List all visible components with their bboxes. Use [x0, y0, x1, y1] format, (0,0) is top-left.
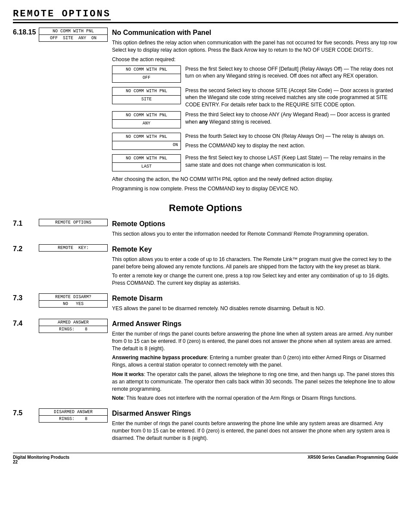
- lcd-618-last-line2: LAST: [112, 162, 181, 171]
- section-71-number: 7.1: [13, 219, 39, 240]
- lcd-72: REMOTE KEY:: [39, 244, 108, 252]
- section-75-title: Disarmed Answer Rings: [112, 408, 398, 418]
- section-75: 7.5 DISARMED ANSWER RINGS: 8 Disarmed An…: [13, 408, 398, 444]
- subsection-618-any: NO COMM WITH PNL ANY Press the third Sel…: [112, 111, 398, 130]
- lcd-75-line1: DISARMED ANSWER: [39, 408, 108, 415]
- lcd-618-on: NO COMM WITH PNL ON: [112, 133, 181, 152]
- lcd-71: REMOTE OPTIONS: [39, 219, 108, 226]
- section-73-title: Remote Disarm: [112, 293, 398, 303]
- subsection-618-any-text: Press the third Select key to choose ANY…: [185, 111, 398, 126]
- lcd-618-top: NO COMM WITH PNL: [39, 28, 108, 34]
- section-74-text1: Enter the number of rings the panel coun…: [112, 330, 398, 352]
- lcd-618-on-line1: NO COMM WITH PNL: [112, 133, 181, 141]
- lcd-618-last: NO COMM WITH PNL LAST: [112, 154, 181, 173]
- section-73: 7.3 REMOTE DISARM? NO YES Remote Disarm …: [13, 293, 398, 314]
- lcd-618-site-line1: NO COMM WITH PNL: [112, 87, 181, 96]
- lcd-618-any-line1: NO COMM WITH PNL: [112, 111, 181, 120]
- lcd-73-line2: NO YES: [39, 300, 108, 308]
- lcd-618-any-line2: ANY: [112, 119, 181, 128]
- section-618: 6.18.15 NO COMM WITH PNL OFF SITE ANY ON…: [13, 28, 398, 195]
- section-71-title: Remote Options: [112, 219, 398, 229]
- remote-options-heading: Remote Options: [13, 202, 398, 214]
- section-73-number: 7.3: [13, 293, 39, 314]
- section-74-text4-label: Note: [112, 395, 124, 401]
- section-618-outro2: Programming is now complete. Press the C…: [112, 185, 398, 193]
- section-74-title: Armed Answer Rings: [112, 319, 398, 329]
- section-74-text4: Note: This feature does not interfere wi…: [112, 395, 398, 402]
- section-74-content: Armed Answer Rings Enter the number of r…: [112, 319, 398, 404]
- footer-right: XR500 Series Canadian Programming Guide: [308, 455, 398, 464]
- section-74-number: 7.4: [13, 319, 39, 404]
- lcd-73-line1: REMOTE DISARM?: [39, 293, 108, 300]
- page-footer: Digital Monitoring Products 22 XR500 Ser…: [13, 453, 398, 464]
- section-72-content: Remote Key This option allows you to ent…: [112, 244, 398, 289]
- lcd-618-off: NO COMM WITH PNL OFF: [112, 65, 181, 84]
- section-75-display: DISARMED ANSWER RINGS: 8: [39, 408, 108, 444]
- section-74-text3-label: How it works: [112, 371, 144, 377]
- subsection-618-off: NO COMM WITH PNL OFF Press the first Sel…: [112, 65, 398, 84]
- section-74: 7.4 ARMED ANSWER RINGS: 8 Armed Answer R…: [13, 319, 398, 404]
- lcd-618-on-line2: ON: [112, 141, 181, 150]
- section-618-display: NO COMM WITH PNL OFF SITE ANY ON: [39, 28, 108, 195]
- section-72-number: 7.2: [13, 244, 39, 289]
- lcd-618-off-line1: NO COMM WITH PNL: [112, 65, 181, 74]
- section-74-text4-body: : This feature does not interfere with t…: [124, 395, 357, 401]
- subsection-618-site-text: Press the second Select key to choose SI…: [185, 87, 398, 109]
- section-618-intro1: This option defines the relay action whe…: [112, 39, 398, 54]
- section-75-text: Enter the number of rings the panel coun…: [112, 420, 398, 442]
- section-73-content: Remote Disarm YES allows the panel to be…: [112, 293, 398, 314]
- section-618-outro1: After choosing the action, the NO COMM W…: [112, 176, 398, 183]
- lcd-618-site-line2: SITE: [112, 95, 181, 104]
- footer-left: Digital Monitoring Products 22: [13, 455, 69, 464]
- footer-page: 22: [13, 460, 18, 464]
- section-72-title: Remote Key: [112, 244, 398, 254]
- lcd-618-bottom: OFF SITE ANY ON: [39, 34, 108, 42]
- lcd-618-site: NO COMM WITH PNL SITE: [112, 87, 181, 106]
- lcd-618-any: NO COMM WITH PNL ANY: [112, 111, 181, 130]
- section-73-display: REMOTE DISARM? NO YES: [39, 293, 108, 314]
- lcd-618-last-line1: NO COMM WITH PNL: [112, 154, 181, 163]
- section-618-number: 6.18.15: [13, 28, 39, 195]
- lcd-74-line2: RINGS: 8: [39, 326, 108, 333]
- subsection-618-on-text2: Press the COMMAND key to display the nex…: [185, 142, 398, 149]
- subsection-618-off-text: Press the first Select key to choose OFF…: [185, 65, 398, 80]
- subsection-618-last-text: Press the first Select key to choose LAS…: [185, 154, 398, 169]
- subsection-618-on: NO COMM WITH PNL ON Press the fourth Sel…: [112, 133, 398, 152]
- section-75-content: Disarmed Answer Rings Enter the number o…: [112, 408, 398, 444]
- lcd-74-line1: ARMED ANSWER: [39, 319, 108, 326]
- section-71-text: This section allows you to enter the inf…: [112, 230, 398, 238]
- section-74-text2: Answering machine bypass procedure: Ente…: [112, 354, 398, 369]
- page-title: REMOTE OPTIONS: [13, 9, 111, 20]
- section-75-number: 7.5: [13, 408, 39, 444]
- section-71: 7.1 REMOTE OPTIONS Remote Options This s…: [13, 219, 398, 240]
- section-71-content: Remote Options This section allows you t…: [112, 219, 398, 240]
- subsection-618-last: NO COMM WITH PNL LAST Press the first Se…: [112, 154, 398, 173]
- page-header: REMOTE OPTIONS: [13, 9, 398, 23]
- section-74-text3-body: : The operator calls the panel, allows t…: [112, 371, 395, 392]
- section-72-text2: To enter a remote key or change the curr…: [112, 272, 398, 287]
- section-618-content: No Communication with Panel This option …: [112, 28, 398, 195]
- footer-company: Digital Monitoring Products: [13, 455, 69, 460]
- section-74-text2-label: Answering machine bypass procedure: [112, 355, 207, 361]
- section-72: 7.2 REMOTE KEY: Remote Key This option a…: [13, 244, 398, 289]
- section-618-title: No Communication with Panel: [112, 28, 398, 37]
- lcd-618-off-line2: OFF: [112, 74, 181, 83]
- section-618-intro2: Choose the action required:: [112, 56, 398, 63]
- section-72-text1: This option allows you to enter a code o…: [112, 256, 398, 271]
- section-74-text3: How it works: The operator calls the pan…: [112, 371, 398, 392]
- section-74-display: ARMED ANSWER RINGS: 8: [39, 319, 108, 404]
- subsection-618-on-text: Press the fourth Select key to choose ON…: [185, 133, 398, 152]
- section-72-display: REMOTE KEY:: [39, 244, 108, 289]
- section-73-text: YES allows the panel to be disarmed remo…: [112, 305, 398, 312]
- subsection-618-site: NO COMM WITH PNL SITE Press the second S…: [112, 87, 398, 109]
- subsection-618-on-text1: Press the fourth Select key to choose ON…: [185, 133, 398, 140]
- lcd-75-line2: RINGS: 8: [39, 415, 108, 423]
- section-71-display: REMOTE OPTIONS: [39, 219, 108, 240]
